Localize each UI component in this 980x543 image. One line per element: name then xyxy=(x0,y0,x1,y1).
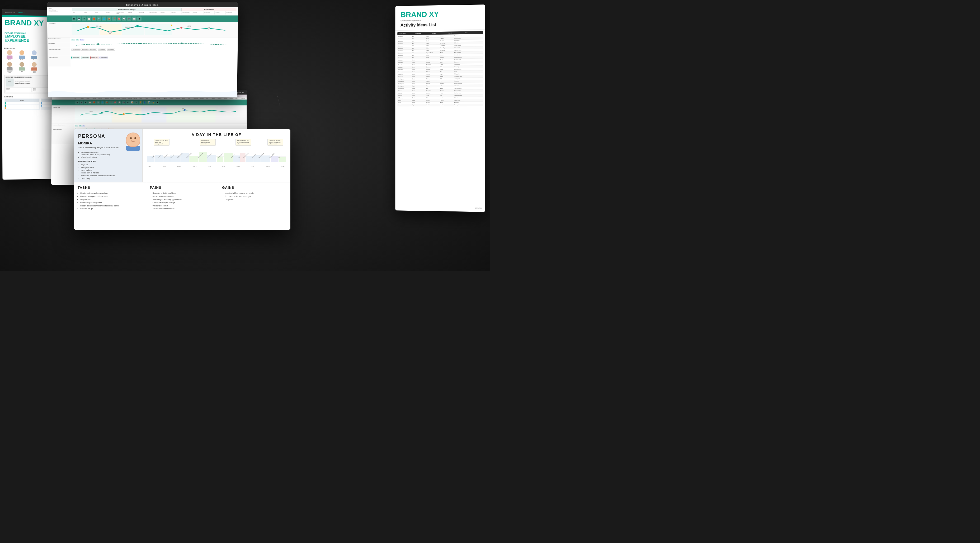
table-cell xyxy=(468,54,482,56)
table-cell: Online xyxy=(426,36,439,37)
table-cell: Mentoring xyxy=(426,83,439,84)
table-cell: Flexible xyxy=(440,92,453,94)
task-item: Relationship management xyxy=(80,201,142,204)
persona-avatar-container xyxy=(126,132,140,150)
th-category: Category xyxy=(432,32,448,34)
table-cell: SEO optimization xyxy=(454,43,468,44)
table-cell: Social xyxy=(426,38,439,39)
day-chart: Listens podcast series about time manage… xyxy=(147,139,286,169)
table-cell: Transparent model xyxy=(454,95,468,96)
time-4pm: 4pm xyxy=(222,166,226,167)
table-cell: Online xyxy=(440,64,453,65)
table-cell: Apply for awards xyxy=(454,52,468,53)
table-cell: F2F xyxy=(440,81,453,82)
gains-title: GAINS xyxy=(222,186,287,189)
table-cell: Alumni xyxy=(398,102,412,103)
table-cell: Direct xyxy=(412,64,426,65)
task-item: Negotiations xyxy=(80,198,142,201)
table-cell: Welcome xyxy=(426,74,439,75)
table-cell: Panel xyxy=(440,59,453,61)
table-cell: Job Ads xyxy=(440,35,453,37)
table-cell: Direct xyxy=(412,97,426,99)
table-cell xyxy=(468,102,482,103)
table-cell: Sponsored posts xyxy=(454,38,468,39)
table-cell: Direct xyxy=(412,59,426,61)
table-cell: Direct xyxy=(412,95,426,96)
tasks-list: Client meetings and presentations Contra… xyxy=(78,192,142,210)
table-cell xyxy=(468,90,482,91)
table-cell: Interview xyxy=(440,97,453,99)
table-cell: Development xyxy=(398,81,412,82)
svg-point-22 xyxy=(147,113,149,115)
time-6pm: 6pm xyxy=(237,166,240,167)
table-cell: LinkedIn group xyxy=(454,100,468,101)
table-cell: Platform xyxy=(426,76,439,77)
table-row: AlumniDigitalNewsletterMonthlyAlumni upd… xyxy=(397,104,483,107)
table-cell: Gamified test xyxy=(454,64,468,65)
brand-header-label: BRAND XY xyxy=(18,12,25,13)
table-cell: Direct xyxy=(412,78,426,80)
table-cell xyxy=(468,68,482,70)
table-cell: Platform xyxy=(426,86,439,87)
day-note-3: After issues with PPT finds quick fix tu… xyxy=(235,139,251,146)
svg-text:0/X%: 0/X% xyxy=(90,111,93,112)
table-cell xyxy=(468,76,482,77)
table-row: OffboardingDirectExitInterviewVideo exit xyxy=(397,97,483,100)
table-cell: Pack xyxy=(440,71,453,72)
table-cell: Evaluation xyxy=(398,64,412,65)
table-cell: Training xyxy=(426,78,439,80)
table-cell: AI screening xyxy=(454,62,468,62)
table-cell xyxy=(468,73,482,75)
svg-point-6 xyxy=(136,25,139,27)
table-row: AlumniDigitalNetworkPlatformLinkedIn gro… xyxy=(397,99,483,102)
table-cell: Onboarding xyxy=(398,72,412,73)
right-subtitle: Employee Experience xyxy=(401,19,480,22)
table-cell: Digital xyxy=(412,100,426,101)
table-cell: ATL xyxy=(412,48,426,49)
table-cell: Awareness xyxy=(398,53,412,54)
day-note-2: Reads weekly learning advice newsletter xyxy=(200,139,216,146)
table-cell: App xyxy=(426,88,439,89)
svg-point-15 xyxy=(181,43,183,44)
pain-item: Searching for learning opportunities xyxy=(153,198,215,201)
table-cell: Alumni day xyxy=(454,102,468,103)
table-cell: Employer Brand xyxy=(426,52,439,53)
table-cell: Learning paths xyxy=(454,78,468,79)
table-cell: ATL xyxy=(412,36,426,37)
pains-list: Struggles to find (more) time Misses rec… xyxy=(150,192,215,210)
table-cell: University visits xyxy=(454,54,468,56)
pref-item: Comfortable with E- & self-paced learnin… xyxy=(81,154,138,156)
table-cell: Evaluation xyxy=(398,69,412,70)
table-cell: Online xyxy=(440,67,453,68)
table-cell: Content strategy xyxy=(454,45,468,46)
table-cell xyxy=(468,88,482,89)
table-cell: Video exit xyxy=(454,97,468,99)
table-cell: Direct xyxy=(412,81,426,82)
day-note-4: Does short recap of the day and learning… xyxy=(267,139,283,146)
bullet-item: Works with 3 different cross-functional … xyxy=(81,175,138,177)
table-cell: Facebook xyxy=(440,40,453,41)
table-cell: Reunion xyxy=(426,102,439,103)
table-cell: Job Fairs xyxy=(440,57,453,58)
evp-tagline: Curiosity sparks Invention xyxy=(15,81,30,82)
persona-prefs-list: Prefers external trainings Comfortable w… xyxy=(78,151,138,158)
table-cell: Development xyxy=(398,88,412,89)
table-cell xyxy=(468,92,482,94)
table-cell: Reverse mentoring xyxy=(454,83,468,84)
persona-left-panel: PERSONA MONIKA "I earn my learning. My j… xyxy=(74,129,143,182)
table-cell: LinkedIn xyxy=(440,38,453,39)
day-life-title: A DAY IN THE LIFE OF xyxy=(147,132,286,137)
table-cell: Development xyxy=(398,86,412,87)
table-cell: Interview xyxy=(426,62,439,63)
table-cell xyxy=(468,85,482,86)
table-cell: Awareness xyxy=(398,57,412,58)
gain-item: Cooperate... xyxy=(225,198,287,201)
journey-touchpoint-desc-row: Touchpoint Description Lorem ipsum dolor… xyxy=(48,48,238,56)
table-cell: Alumni xyxy=(398,100,412,101)
svg-point-7 xyxy=(180,27,183,29)
persona-bottom-section: TASKS Client meetings and presentations … xyxy=(74,182,290,230)
table-cell: Welcome xyxy=(426,71,439,72)
table-cell: Peer recognition xyxy=(454,90,468,91)
table-cell: Direct xyxy=(412,62,426,63)
table-cell xyxy=(468,49,482,51)
